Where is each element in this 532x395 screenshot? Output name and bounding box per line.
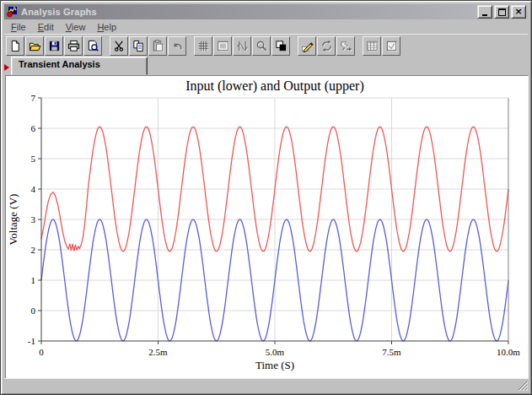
table-grid-icon xyxy=(366,40,379,52)
checkbox-doc-icon xyxy=(385,40,398,52)
zoom-button xyxy=(252,36,271,56)
legend-list-icon xyxy=(217,40,229,52)
black-and-white-button[interactable] xyxy=(271,36,290,56)
y-tick-label: -1 xyxy=(28,336,35,346)
export-table-button xyxy=(363,36,381,56)
y-tick-label: 7 xyxy=(31,93,36,103)
trace-cursors-icon xyxy=(236,40,249,52)
save-floppy-icon xyxy=(48,40,61,52)
menu-bar: FileEditViewHelp xyxy=(5,21,527,33)
toggle-cursors-button xyxy=(233,36,251,56)
menu-item-view[interactable]: View xyxy=(60,22,92,32)
minimize-button[interactable] xyxy=(477,5,492,19)
plot-svg: -10123456702.5m5.0m7.5m10.0m Input (lowe… xyxy=(6,76,526,376)
maximize-icon xyxy=(498,8,506,16)
combine-traces-button xyxy=(336,36,355,56)
toolbar xyxy=(4,34,528,57)
overlay-traces-button xyxy=(317,36,336,56)
close-icon: × xyxy=(514,8,522,16)
app-window: Analysis Graphs × FileEditViewHelp Trans… xyxy=(0,0,532,395)
pen-icon xyxy=(301,40,314,52)
resize-grip[interactable] xyxy=(517,380,528,391)
new-document-icon xyxy=(9,40,22,52)
tab-bar: Transient Analysis xyxy=(4,57,528,75)
active-page-marker-icon xyxy=(4,64,9,71)
menu-item-edit[interactable]: Edit xyxy=(32,22,60,32)
close-button[interactable]: × xyxy=(511,5,526,19)
overlay-arrows-icon xyxy=(320,40,333,52)
print-preview-button[interactable] xyxy=(83,36,102,56)
paste-button xyxy=(148,36,167,56)
x-tick-label: 5.0m xyxy=(266,347,285,357)
toggle-grid-button xyxy=(194,36,212,56)
y-axis-label: Voltage (V) xyxy=(7,194,19,246)
y-tick-label: 6 xyxy=(31,123,36,133)
y-tick-label: 3 xyxy=(31,214,36,225)
magnifier-icon xyxy=(255,40,268,52)
copy-pages-icon xyxy=(132,40,145,52)
print-preview-icon xyxy=(87,40,99,52)
save-button[interactable] xyxy=(45,36,63,56)
combine-arrows-icon xyxy=(340,40,352,52)
copy-button[interactable] xyxy=(129,36,148,56)
page-properties-button[interactable] xyxy=(298,36,316,56)
scissors-icon xyxy=(113,40,126,52)
y-tick-label: 5 xyxy=(31,154,36,164)
open-folder-icon xyxy=(29,40,41,52)
x-tick-label: 7.5m xyxy=(382,347,401,357)
y-tick-label: 1 xyxy=(31,275,36,285)
chart-title: Input (lower) and Output (upper) xyxy=(185,78,364,94)
maximize-button[interactable] xyxy=(494,5,509,19)
cut-button[interactable] xyxy=(110,36,128,56)
open-button[interactable] xyxy=(25,36,44,56)
y-tick-label: 4 xyxy=(31,184,36,194)
clipboard-paste-icon xyxy=(152,40,164,52)
print-button[interactable] xyxy=(64,36,83,56)
menu-item-file[interactable]: File xyxy=(5,22,32,32)
x-tick-label: 10.0m xyxy=(497,347,520,357)
app-icon xyxy=(7,6,19,18)
undo-arrow-icon xyxy=(171,40,184,52)
y-tick-label: 0 xyxy=(31,306,36,316)
chart-panel: -10123456702.5m5.0m7.5m10.0m Input (lowe… xyxy=(5,75,529,379)
undo-button xyxy=(168,36,186,56)
x-axis-label: Time (S) xyxy=(255,359,294,371)
x-tick-label: 2.5m xyxy=(148,347,168,357)
status-bar xyxy=(4,378,528,391)
grid-icon xyxy=(197,40,210,52)
title-bar[interactable]: Analysis Graphs × xyxy=(4,4,528,19)
x-tick-label: 0 xyxy=(39,347,44,357)
overlap-squares-icon xyxy=(275,40,287,52)
new-button[interactable] xyxy=(6,36,24,56)
toggle-legend-button xyxy=(213,36,232,56)
menu-item-help[interactable]: Help xyxy=(91,22,122,32)
window-title: Analysis Graphs xyxy=(21,7,476,17)
printer-icon xyxy=(67,40,80,52)
minimize-icon xyxy=(482,14,487,16)
y-tick-label: 2 xyxy=(31,245,36,255)
export-check-button xyxy=(382,36,400,56)
tab-transient-analysis[interactable]: Transient Analysis xyxy=(11,57,148,75)
